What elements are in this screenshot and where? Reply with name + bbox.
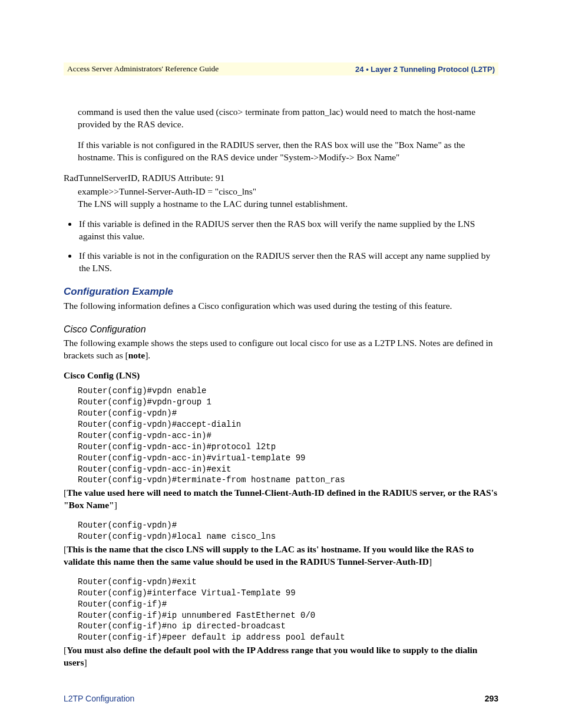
paragraph: command is used then the value used (cis… (78, 106, 498, 131)
bullet-item: If this variable is defined in the RADIU… (78, 218, 498, 243)
paragraph: example>>Tunnel-Server-Auth-ID = "cisco_… (78, 186, 498, 210)
bullet-list: If this variable is defined in the RADIU… (64, 218, 498, 275)
paragraph: If this variable is not configured in th… (78, 139, 498, 164)
bullet-item: If this variable is not in the configura… (78, 250, 498, 275)
body-content: command is used then the value used (cis… (64, 106, 498, 669)
header-right: 24 • Layer 2 Tunneling Protocol (L2TP) (355, 65, 495, 74)
example-line: example>>Tunnel-Server-Auth-ID = "cisco_… (78, 186, 256, 196)
heading-cisco-config: Cisco Configuration (64, 323, 498, 336)
code-block-3: Router(config-vpdn)#exit Router(config)#… (78, 577, 498, 643)
paragraph: The following information defines a Cisc… (64, 300, 498, 312)
header-left: Access Server Administrators' Reference … (67, 64, 219, 74)
footer: L2TP Configuration 293 (64, 694, 498, 703)
code-block-1: Router(config)#vpdn enable Router(config… (78, 386, 498, 486)
note-3: [You must also define the default pool w… (64, 644, 498, 669)
note-2: [This is the name that the cisco LNS wil… (64, 543, 498, 568)
header-bar: Access Server Administrators' Reference … (64, 62, 498, 75)
page-number: 293 (485, 694, 498, 703)
note-1: [The value used here will need to match … (64, 487, 498, 512)
paragraph: The following example shows the steps us… (64, 337, 498, 362)
cisco-config-label: Cisco Config (LNS) (64, 370, 498, 382)
heading-config-example: Configuration Example (64, 285, 498, 299)
example-line: The LNS will supply a hostname to the LA… (78, 199, 348, 209)
page: Access Server Administrators' Reference … (0, 0, 562, 728)
footer-section: L2TP Configuration (64, 694, 134, 703)
code-block-2: Router(config-vpdn)# Router(config-vpdn)… (78, 520, 498, 542)
paragraph: RadTunnelServerID, RADIUS Attribute: 91 (64, 172, 498, 185)
